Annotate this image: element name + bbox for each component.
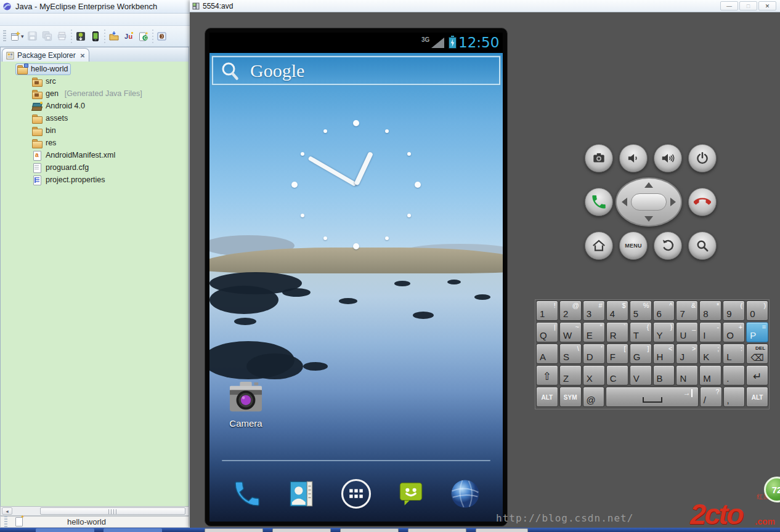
taskbar-button[interactable]: [272, 528, 331, 532]
new-java-project-button[interactable]: [155, 29, 169, 44]
key[interactable]: J>: [676, 344, 698, 364]
key[interactable]: Q|: [536, 322, 558, 342]
dpad[interactable]: [615, 177, 682, 227]
key[interactable]: ↵: [746, 365, 768, 385]
menu-button[interactable]: MENU: [619, 232, 648, 260]
key[interactable]: C: [606, 365, 628, 385]
key[interactable]: .: [723, 365, 745, 385]
import-wizard-button[interactable]: [107, 29, 121, 44]
volume-down-button[interactable]: [619, 144, 648, 172]
key[interactable]: DEL⌫: [746, 344, 768, 364]
key[interactable]: 6^: [653, 300, 675, 321]
key[interactable]: U_: [676, 322, 698, 342]
key[interactable]: M: [699, 365, 721, 385]
key[interactable]: B: [653, 365, 675, 385]
key[interactable]: A: [536, 344, 558, 364]
taskbar-button[interactable]: [340, 528, 399, 532]
menu-item[interactable]: [12, 14, 25, 25]
tree-item[interactable]: Android 4.0: [1, 100, 189, 112]
menu-item[interactable]: [62, 14, 74, 25]
tab-package-explorer[interactable]: Package Explorer ✕: [2, 48, 89, 62]
save-all-button[interactable]: [40, 29, 55, 44]
key[interactable]: T{: [630, 322, 652, 342]
key[interactable]: D': [583, 344, 605, 364]
back-button[interactable]: [654, 232, 682, 260]
home-button[interactable]: [585, 232, 613, 260]
key[interactable]: ⇧: [536, 365, 558, 385]
key[interactable]: 3#: [583, 300, 605, 321]
browser-app-icon[interactable]: [448, 477, 482, 511]
dpad-up-icon[interactable]: [644, 182, 653, 188]
key[interactable]: 7&: [676, 300, 698, 321]
key[interactable]: E": [583, 322, 605, 342]
app-drawer-icon[interactable]: [339, 477, 373, 511]
avd-manager-button[interactable]: [88, 29, 103, 44]
tree-item[interactable]: bin: [1, 124, 189, 137]
tree-item[interactable]: src: [1, 75, 189, 87]
menu-item[interactable]: [37, 14, 49, 25]
taskbar-button[interactable]: [476, 528, 528, 532]
key[interactable]: W~: [559, 322, 582, 342]
key[interactable]: N: [676, 365, 698, 385]
key[interactable]: G]: [630, 344, 652, 364]
key[interactable]: R`: [606, 322, 628, 342]
call-button[interactable]: [585, 188, 613, 216]
key[interactable]: 4$: [606, 300, 628, 321]
tree-item[interactable]: project.properties: [1, 174, 189, 186]
key[interactable]: 1!: [536, 300, 558, 321]
key[interactable]: Z: [559, 365, 582, 385]
volume-up-button[interactable]: [654, 144, 682, 172]
print-button[interactable]: [55, 29, 70, 44]
key[interactable]: /?: [700, 387, 722, 407]
key[interactable]: 5%: [630, 300, 652, 321]
tree-item[interactable]: res: [1, 137, 189, 149]
key[interactable]: →: [606, 387, 699, 407]
key[interactable]: 0): [746, 300, 768, 321]
key[interactable]: ,: [723, 387, 745, 407]
key[interactable]: F[: [606, 344, 628, 364]
key[interactable]: H<: [653, 344, 675, 364]
maximize-button[interactable]: □: [739, 1, 757, 10]
android-sdk-manager-button[interactable]: [73, 29, 88, 44]
scroll-left-arrow-icon[interactable]: ◄: [2, 507, 12, 515]
key[interactable]: @: [583, 387, 605, 407]
menu-item[interactable]: [25, 14, 37, 25]
key[interactable]: I-: [699, 322, 721, 342]
taskbar-button[interactable]: [36, 528, 94, 532]
key[interactable]: O+: [723, 322, 745, 342]
key[interactable]: P=: [746, 322, 768, 342]
save-button[interactable]: [25, 29, 40, 44]
tree-item[interactable]: gen [Generated Java Files]: [1, 87, 189, 100]
key[interactable]: L:: [723, 344, 745, 364]
scrollbar-thumb[interactable]: [40, 507, 185, 515]
key[interactable]: 8*: [699, 300, 721, 321]
key[interactable]: ALT: [746, 387, 768, 407]
new-dropdown-arrow-icon[interactable]: ▾: [21, 33, 24, 39]
messaging-app-icon[interactable]: [394, 477, 428, 511]
key[interactable]: ALT: [536, 387, 558, 407]
horizontal-scrollbar[interactable]: ◄: [0, 506, 189, 516]
menu-item[interactable]: [0, 14, 12, 25]
taskbar-button[interactable]: [104, 528, 162, 532]
new-class-button[interactable]: C: [136, 29, 151, 44]
minimize-button[interactable]: —: [720, 1, 738, 10]
key[interactable]: X: [583, 365, 605, 385]
key[interactable]: K;: [699, 344, 721, 364]
dpad-down-icon[interactable]: [644, 216, 653, 222]
end-call-button[interactable]: [688, 188, 717, 216]
close-button[interactable]: ✕: [758, 1, 776, 10]
key[interactable]: SYM: [559, 387, 582, 407]
camera-shortcut[interactable]: Camera: [225, 381, 266, 429]
key[interactable]: 2@: [559, 300, 582, 321]
key[interactable]: 9(: [723, 300, 745, 321]
dpad-right-icon[interactable]: [670, 198, 676, 206]
dpad-left-icon[interactable]: [622, 198, 627, 206]
phone-app-icon[interactable]: [230, 477, 264, 511]
camera-button[interactable]: [585, 144, 613, 172]
tree-item[interactable]: assets: [1, 112, 189, 124]
dpad-center-button[interactable]: [631, 193, 667, 211]
search-button[interactable]: [688, 232, 717, 260]
google-search-widget[interactable]: Google: [211, 55, 501, 86]
power-button[interactable]: [688, 144, 717, 172]
key[interactable]: Y}: [653, 322, 675, 342]
